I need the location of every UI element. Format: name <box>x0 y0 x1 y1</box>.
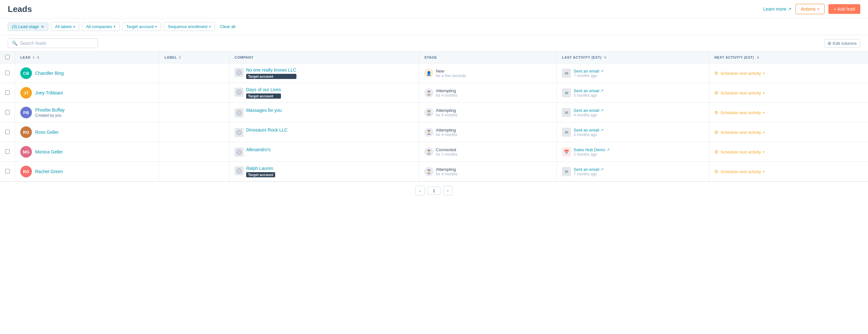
schedule-icon: ⚙ <box>714 110 718 115</box>
lead-name[interactable]: Rachel Green <box>35 169 63 174</box>
all-labels-filter[interactable]: All labels ▾ <box>51 22 79 31</box>
svg-point-7 <box>238 91 240 93</box>
next-activity-sort-icon[interactable]: ⇅ <box>756 56 760 59</box>
schedule-next-activity-button[interactable]: ⚙ Schedule next activity ▾ <box>714 149 765 154</box>
schedule-next-activity-button[interactable]: ⚙ Schedule next activity ▾ <box>714 110 765 115</box>
activity-name[interactable]: Sent an email ↗ <box>574 108 603 113</box>
add-lead-button[interactable]: + Add lead <box>828 4 860 14</box>
learn-more-link[interactable]: Learn more ↗ <box>763 6 792 11</box>
stage-cell: ⏳ Attempting for 4 months <box>419 83 556 103</box>
lead-name[interactable]: Chandler Bing <box>35 70 64 76</box>
stage-duration: for 4 months <box>436 113 458 117</box>
search-input[interactable] <box>20 41 94 46</box>
company-name[interactable]: Days of our Lives <box>246 87 281 92</box>
lead-stage-close-icon[interactable]: ✕ <box>41 25 44 29</box>
lead-name[interactable]: Joey Tribbiani <box>35 90 63 95</box>
table-row: PB Phoebe Buffay Created by you Massages… <box>0 103 868 122</box>
table-row: MG Monica Geller Allesandro's ⏳ <box>0 142 868 162</box>
target-account-filter[interactable]: Target account ▾ <box>122 22 161 31</box>
activity-name[interactable]: Sent an email ↗ <box>574 128 603 132</box>
company-cell: Days of our Lives Target account <box>229 83 419 103</box>
stage-duration: for 2 months <box>436 152 458 157</box>
lead-stage-filter[interactable]: (3) Lead stage ✕ <box>8 22 48 31</box>
stage-icon: ⏳ <box>424 147 433 156</box>
stage-cell: ⏳ Connected for 2 months <box>419 142 556 162</box>
sequence-enrollment-chevron-icon: ▾ <box>209 25 211 28</box>
header-actions: Learn more ↗ Actions ▾ + Add lead <box>763 4 860 14</box>
row-checkbox-cell <box>0 63 15 83</box>
stage-duration: for 4 months <box>436 93 458 98</box>
stage-name: New <box>436 69 466 73</box>
activity-name[interactable]: Sales Hub Demo ↗ <box>574 147 609 152</box>
schedule-label: Schedule next activity <box>720 130 761 135</box>
sequence-enrollment-filter[interactable]: Sequence enrollment ▾ <box>164 22 215 31</box>
actions-button[interactable]: Actions ▾ <box>796 4 825 14</box>
schedule-next-activity-button[interactable]: ⚙ Schedule next activity ▾ <box>714 130 765 135</box>
next-activity-cell: ⚙ Schedule next activity ▾ <box>709 103 868 122</box>
select-all-checkbox[interactable] <box>5 55 10 59</box>
schedule-next-activity-button[interactable]: ⚙ Schedule next activity ▾ <box>714 90 765 95</box>
target-account-chevron-icon: ▾ <box>155 25 157 28</box>
target-badge: Target account <box>246 74 297 79</box>
last-activity-cell: ✉ Sent an email ↗ 5 months ago <box>557 83 709 103</box>
stage-name: Connected <box>436 147 458 152</box>
schedule-chevron-icon: ▾ <box>763 130 765 134</box>
company-cell: Ralph Lauren Target account <box>229 162 419 182</box>
edit-columns-button[interactable]: ⊞ Edit columns <box>824 39 860 48</box>
prev-page-button[interactable]: ‹ <box>415 186 425 195</box>
schedule-next-activity-button[interactable]: ⚙ Schedule next activity ▾ <box>714 70 765 76</box>
page-title: Leads <box>8 4 32 14</box>
lead-sort-icon[interactable]: ⇅ <box>37 56 40 59</box>
schedule-icon: ⚙ <box>714 149 718 154</box>
activity-time: 7 months ago <box>574 73 603 78</box>
activity-name[interactable]: Sent an email ↗ <box>574 167 603 172</box>
company-name[interactable]: No one really knows LLC <box>246 67 297 72</box>
last-activity-sort-icon[interactable]: ⇅ <box>604 56 607 59</box>
company-icon <box>235 108 244 117</box>
all-companies-chevron-icon: ▾ <box>114 25 115 28</box>
clear-all-button[interactable]: Clear all <box>217 23 238 31</box>
activity-time: 5 months ago <box>574 93 603 98</box>
lead-name[interactable]: Ross Geller <box>35 130 59 135</box>
company-name[interactable]: Dinosaurs Rock LLC <box>246 127 287 132</box>
lead-cell: PB Phoebe Buffay Created by you <box>15 103 159 122</box>
activity-name[interactable]: Sent an email ↗ <box>574 88 603 93</box>
svg-point-25 <box>238 151 240 153</box>
row-checkbox-cell <box>0 162 15 182</box>
header-checkbox-cell <box>0 52 15 63</box>
activity-name[interactable]: Sent an email ↗ <box>574 69 603 73</box>
row-checkbox[interactable] <box>5 90 10 95</box>
actions-chevron-icon: ▾ <box>817 7 819 11</box>
schedule-next-activity-button[interactable]: ⚙ Schedule next activity ▾ <box>714 169 765 174</box>
all-companies-filter[interactable]: All companies ▾ <box>82 22 120 31</box>
lead-sub: Created by you <box>35 113 65 118</box>
row-checkbox[interactable] <box>5 70 10 75</box>
lead-name[interactable]: Phoebe Buffay <box>35 108 65 113</box>
header-stage: STAGE <box>419 52 556 63</box>
stage-cell: 👤 New for a few seconds <box>419 63 556 83</box>
company-cell: Dinosaurs Rock LLC <box>229 122 419 142</box>
company-cell: Massages for you <box>229 103 419 122</box>
activity-type-icon: ✉ <box>562 108 571 117</box>
stage-duration: for 4 months <box>436 172 458 176</box>
row-checkbox[interactable] <box>5 169 10 174</box>
lead-cell: RG Rachel Green <box>15 162 159 182</box>
schedule-chevron-icon: ▾ <box>763 111 765 115</box>
columns-icon: ⊞ <box>828 41 831 46</box>
svg-point-1 <box>238 71 240 73</box>
row-checkbox[interactable] <box>5 130 10 134</box>
page-number-input[interactable] <box>428 187 440 195</box>
lead-name[interactable]: Monica Geller <box>35 149 63 154</box>
search-input-wrap[interactable]: 🔍 <box>8 38 98 48</box>
header-next-activity: NEXT ACTIVITY (EST) ⇅ <box>709 52 868 63</box>
avatar: RG <box>20 126 32 138</box>
row-checkbox[interactable] <box>5 149 10 154</box>
company-name[interactable]: Allesandro's <box>246 147 271 152</box>
company-name[interactable]: Massages for you <box>246 108 282 113</box>
company-name[interactable]: Ralph Lauren <box>246 166 275 171</box>
next-page-button[interactable]: › <box>443 186 453 195</box>
row-checkbox[interactable] <box>5 110 10 115</box>
stage-icon: ⏳ <box>424 128 433 137</box>
table-row: JT Joey Tribbiani Days of our Lives Targ… <box>0 83 868 103</box>
schedule-label: Schedule next activity <box>720 150 761 154</box>
